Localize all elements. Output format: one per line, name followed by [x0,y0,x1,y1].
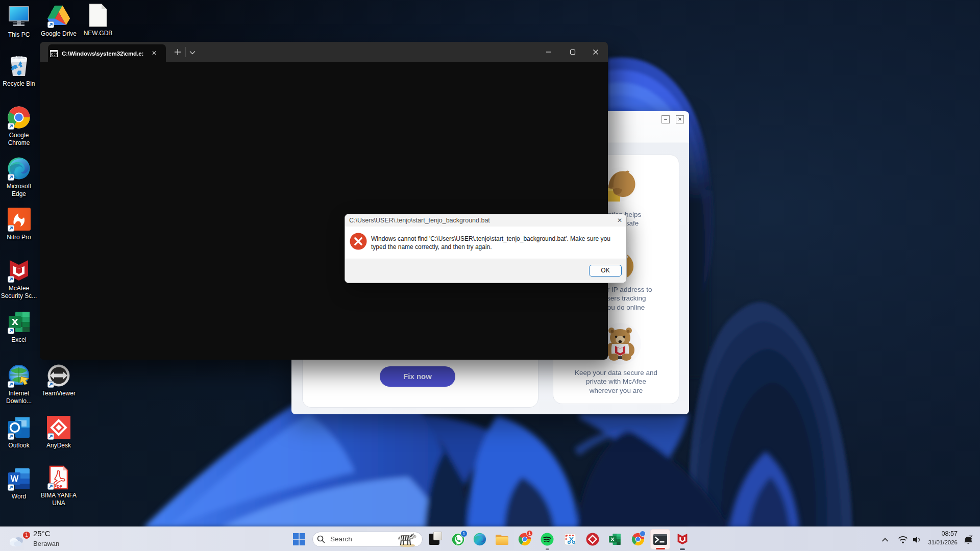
svg-text:PDF: PDF [54,484,62,489]
svg-text:C:\: C:\ [51,53,58,57]
